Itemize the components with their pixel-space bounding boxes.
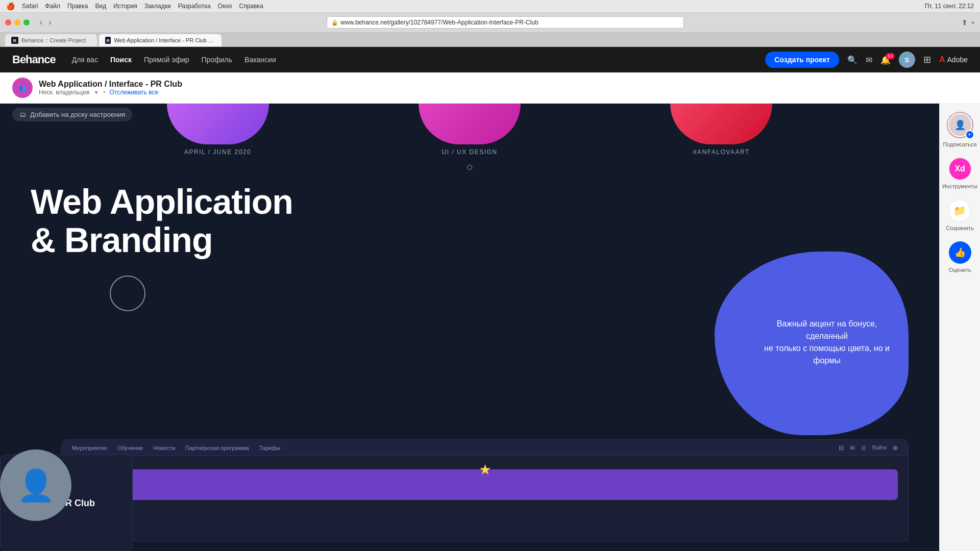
strip-label-1: APRIL / JUNE 2020 bbox=[184, 148, 251, 156]
menu-help[interactable]: Справка bbox=[239, 3, 263, 10]
menu-window[interactable]: Окно bbox=[218, 3, 232, 10]
dropdown-icon[interactable]: ▼ bbox=[93, 89, 99, 95]
menu-safari[interactable]: Safari bbox=[22, 3, 38, 10]
project-title: Web Application / Interface - PR Club bbox=[39, 80, 182, 89]
tab-favicon-2: B bbox=[105, 37, 111, 44]
mockup-nav-partners: Партнёрская программа bbox=[185, 445, 249, 451]
main-headline: Web Application & Branding bbox=[31, 183, 293, 259]
nav-livestream[interactable]: Прямой эфир bbox=[144, 56, 189, 64]
traffic-lights bbox=[5, 19, 30, 26]
minimize-window-btn[interactable] bbox=[14, 19, 20, 26]
callout-text: Важный акцент на бонусе, сделанный не то… bbox=[755, 318, 898, 367]
nav-jobs[interactable]: Вакансии bbox=[244, 56, 276, 64]
mockup-icon-5: ⊕ bbox=[893, 444, 898, 452]
project-canvas: 🗂 Добавить на доску настроения APRIL / J… bbox=[0, 104, 939, 551]
sidebar-add-button[interactable]: + bbox=[965, 130, 974, 139]
apple-menu[interactable]: 🍎 bbox=[6, 2, 15, 10]
subscribe-label: Подписаться bbox=[943, 141, 977, 147]
save-icon: 📁 bbox=[948, 199, 971, 222]
mac-status-bar: Пт, 11 сент. 22:12 bbox=[925, 3, 974, 10]
dot-indicator bbox=[467, 165, 472, 170]
color-strips-container: APRIL / JUNE 2020 UI / UX DESIGN #ANFALO… bbox=[0, 104, 939, 156]
mockup-nav-right: ⊟ ✉ ⊙ Войти ⊕ bbox=[839, 444, 898, 452]
strip-1: APRIL / JUNE 2020 bbox=[167, 104, 269, 156]
sidebar-avatars: 👤 + bbox=[947, 112, 973, 138]
grid-icon[interactable]: ⊞ bbox=[923, 54, 931, 65]
mockup-nav: Мероприятие Обучение Новости Партнёрская… bbox=[62, 440, 908, 456]
menu-view[interactable]: Вид bbox=[95, 3, 106, 10]
notifications-bell[interactable]: 🔔 63 bbox=[880, 55, 891, 65]
mockup-nav-links: Мероприятие Обучение Новости Партнёрская… bbox=[72, 445, 280, 451]
tools-label: Инструменты bbox=[942, 183, 977, 189]
mockup-nav-news: Новости bbox=[153, 445, 175, 451]
like-icon: 👍 bbox=[949, 241, 971, 264]
lock-icon: 🔒 bbox=[331, 19, 338, 26]
menu-developer[interactable]: Разработка bbox=[178, 3, 211, 10]
tab-2-title: Web Application / Interface - PR Club on… bbox=[114, 37, 215, 43]
menu-bookmarks[interactable]: Закладки bbox=[144, 3, 171, 10]
search-icon[interactable]: 🔍 bbox=[847, 55, 857, 65]
right-sidebar: 👤 + Подписаться Xd Инструменты 📁 Сохрани… bbox=[939, 104, 980, 551]
browser-actions: ⬆ + bbox=[962, 18, 975, 27]
menu-history[interactable]: История bbox=[113, 3, 137, 10]
like-label: Оценить bbox=[949, 267, 971, 273]
back-button[interactable]: ‹ bbox=[38, 17, 44, 28]
color-strip-red bbox=[670, 104, 772, 144]
menu-edit[interactable]: Правка bbox=[67, 3, 88, 10]
notification-count: 63 bbox=[886, 53, 895, 59]
tab-1[interactable]: B Behance :: Create Project bbox=[5, 34, 97, 46]
mockup-icon-4: Войти bbox=[872, 445, 887, 450]
close-window-btn[interactable] bbox=[5, 19, 11, 26]
datetime: Пт, 11 сент. 22:12 bbox=[925, 3, 974, 10]
color-strip-purple bbox=[167, 104, 269, 144]
messages-icon[interactable]: ✉ bbox=[866, 55, 872, 65]
tab-1-title: Behance :: Create Project bbox=[21, 37, 86, 43]
create-project-button[interactable]: Создать проект bbox=[765, 52, 839, 68]
headline-line2: & Branding bbox=[31, 221, 293, 259]
mockup-nav-tariffs: Тарифы bbox=[259, 445, 281, 451]
forward-button[interactable]: › bbox=[46, 17, 53, 28]
sidebar-save[interactable]: 📁 Сохранить bbox=[946, 199, 974, 231]
project-meta: Неск. владельцев ▼ • Отслеживать все bbox=[39, 89, 182, 96]
adobe-label: Adobe bbox=[947, 56, 968, 64]
address-bar-container: 🔒 www.behance.net/gallery/102784977/Web-… bbox=[58, 16, 953, 29]
color-strip-magenta bbox=[419, 104, 521, 144]
nav-for-you[interactable]: Для вас bbox=[72, 56, 98, 64]
browser-nav-arrows: ‹ › bbox=[38, 17, 54, 28]
mockup-content: ★ bbox=[62, 456, 908, 505]
save-label: Сохранить bbox=[946, 225, 974, 231]
address-bar[interactable]: 🔒 www.behance.net/gallery/102784977/Web-… bbox=[327, 16, 684, 29]
mockup-nav-education: Обучение bbox=[117, 445, 143, 451]
nav-links: Для вас Поиск Прямой эфир Профиль Ваканс… bbox=[72, 56, 276, 64]
mockup-icon-2: ✉ bbox=[850, 444, 855, 452]
behance-site: Behance Для вас Поиск Прямой эфир Профил… bbox=[0, 47, 980, 551]
sidebar-tools[interactable]: Xd Инструменты bbox=[942, 158, 977, 189]
maximize-window-btn[interactable] bbox=[23, 19, 30, 26]
main-content: 🗂 Добавить на доску настроения APRIL / J… bbox=[0, 104, 980, 551]
macos-menubar: 🍎 Safari Файл Правка Вид История Закладк… bbox=[0, 0, 980, 13]
project-owners-avatar: 👥 bbox=[12, 78, 33, 98]
mockup-purple-bar: ★ bbox=[72, 469, 898, 500]
bookmark-button[interactable]: + bbox=[971, 18, 975, 27]
share-button[interactable]: ⬆ bbox=[962, 18, 968, 27]
tab-2[interactable]: B Web Application / Interface - PR Club … bbox=[99, 34, 222, 46]
strip-label-2: UI / UX DESIGN bbox=[442, 148, 497, 156]
project-canvas-wrapper: 🗂 Добавить на доску настроения APRIL / J… bbox=[0, 104, 939, 551]
menu-file[interactable]: Файл bbox=[45, 3, 60, 10]
browser-toolbar: ‹ › 🔒 www.behance.net/gallery/102784977/… bbox=[0, 13, 980, 32]
nav-search[interactable]: Поиск bbox=[110, 56, 132, 64]
viewer-avatar: 👤 bbox=[0, 449, 71, 521]
mockup-icon-1: ⊟ bbox=[839, 444, 844, 452]
sidebar-subscribe-group[interactable]: 👤 + Подписаться bbox=[943, 112, 977, 147]
project-header: 👥 Web Application / Interface - PR Club … bbox=[0, 72, 980, 104]
follow-all-link[interactable]: Отслеживать все bbox=[109, 89, 158, 96]
strip-2: UI / UX DESIGN bbox=[419, 104, 521, 156]
adobe-badge: A Adobe bbox=[939, 55, 968, 64]
behance-logo[interactable]: Behance bbox=[12, 53, 56, 66]
browser-tabs: B Behance :: Create Project B Web Applic… bbox=[0, 32, 980, 46]
nav-profile[interactable]: Профиль bbox=[202, 56, 232, 64]
strip-3: #ANFALOVAART bbox=[670, 104, 772, 156]
sidebar-like[interactable]: 👍 Оценить bbox=[949, 241, 971, 273]
circle-decoration bbox=[110, 276, 145, 311]
user-avatar[interactable]: S bbox=[899, 52, 915, 68]
